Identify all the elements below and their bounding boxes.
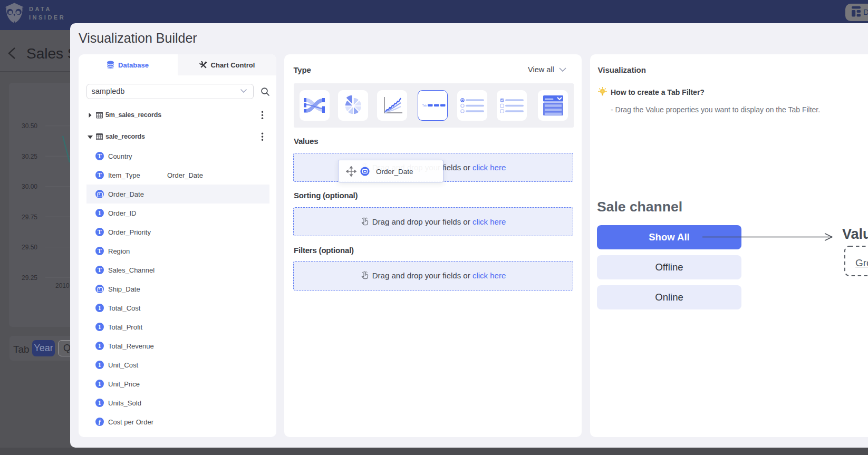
svg-text:Tab: Tab: [422, 104, 427, 107]
